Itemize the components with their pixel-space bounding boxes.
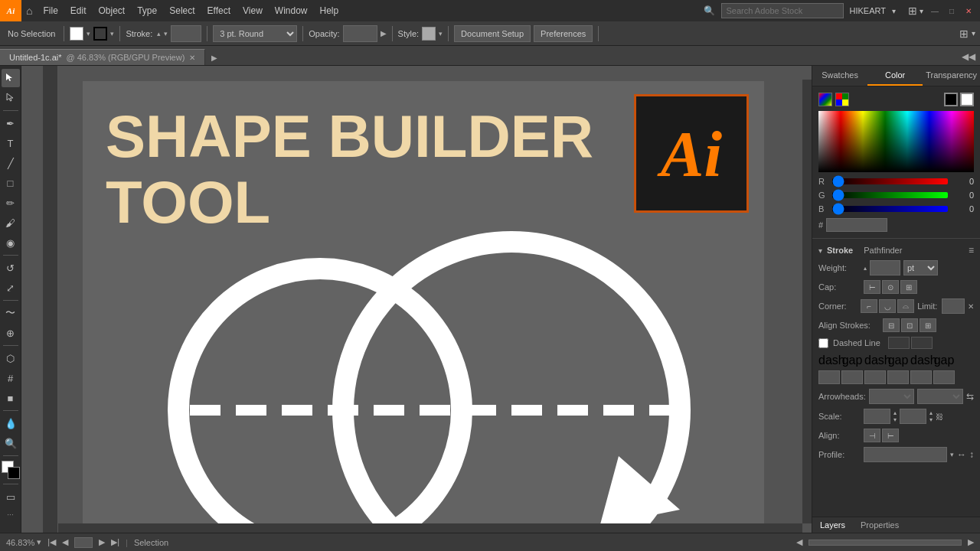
scale-end-input[interactable]: 100% [900,409,926,424]
color-mode-icon[interactable] [835,93,849,106]
minimize-button[interactable]: — [929,5,940,16]
eyedropper-tool[interactable]: 💧 [2,414,20,432]
gap-input-2[interactable] [887,370,909,384]
align-end[interactable]: ⊢ [882,429,899,442]
menu-edit[interactable]: Edit [64,0,93,21]
type-tool[interactable]: T [2,134,20,152]
preferences-button[interactable]: Preferences [534,25,593,42]
paint-brush-tool[interactable]: 🖌 [2,214,20,232]
blob-brush-tool[interactable]: ◉ [2,233,20,252]
status-nav-left[interactable]: ◀ [796,537,802,547]
menu-view[interactable]: View [237,0,269,21]
scale-tool[interactable]: ⤢ [2,279,20,297]
page-input[interactable]: 1 [74,537,93,548]
layers-tab[interactable]: Layers [812,517,853,533]
document-tab[interactable]: Untitled-1c.ai* @ 46.83% (RGB/GPU Previe… [0,49,205,65]
arrowhead-start-select[interactable] [869,389,915,404]
status-nav-right[interactable]: ▶ [968,537,974,547]
warp-tool[interactable]: 〜 [2,304,20,322]
dashed-btn-1[interactable] [888,337,910,349]
arrange-button[interactable]: ⊞ [959,28,969,40]
cap-square[interactable]: ⊞ [900,280,917,294]
dashed-btn-2[interactable] [911,337,933,349]
swap-arrowheads[interactable]: ⇆ [966,391,974,402]
align-start[interactable]: ⊣ [864,429,880,442]
rotate-tool[interactable]: ↺ [2,259,20,277]
zoom-tool[interactable]: 🔍 [2,434,20,452]
flip-profile-v[interactable]: ↕ [969,449,974,460]
color-picker-gradient-icon[interactable] [818,93,832,106]
style-swatch[interactable] [422,27,436,41]
menu-type[interactable]: Type [131,0,163,21]
view-options[interactable]: ▾ [972,29,975,37]
pathfinder-panel-title[interactable]: Pathfinder [864,246,902,255]
fill-color-box[interactable] [944,93,958,106]
gradient-tool[interactable]: ■ [2,389,20,407]
menu-window[interactable]: Window [269,0,314,21]
profile-dropdown[interactable]: ▾ [950,451,954,458]
opacity-expand[interactable]: ▶ [381,29,387,37]
scale-up-down[interactable]: ▴▾ [893,409,897,423]
tab-color[interactable]: Color [867,66,923,86]
canvas-area[interactable]: SHAPE BUILDER TOOL Ai [21,66,812,533]
dropdown-icon[interactable]: ▾ [892,7,896,15]
opacity-input[interactable]: 100% [343,25,377,42]
style-dropdown[interactable]: ▾ [439,30,443,37]
stroke-weight-down[interactable]: ▾ [164,30,168,37]
direct-selection-tool[interactable] [2,89,20,107]
align-outside[interactable]: ⊞ [920,318,936,332]
menu-effect[interactable]: Effect [201,0,237,21]
fill-dropdown[interactable]: ▾ [87,30,90,37]
corner-round[interactable]: ◡ [879,299,896,313]
weight-input[interactable]: 1 pt [870,260,900,276]
gap-input-1[interactable] [841,370,863,384]
gap-input-3[interactable] [933,370,955,384]
perspective-tool[interactable]: ⬡ [2,349,20,367]
limit-input[interactable]: 10 [942,298,965,314]
maximize-button[interactable]: □ [946,5,957,16]
flip-profile[interactable]: ↔ [957,449,966,460]
menu-select[interactable]: Select [163,0,201,21]
pen-tool[interactable]: ✒ [2,114,20,132]
corner-miter[interactable]: ⌐ [861,299,877,313]
r-slider[interactable] [832,178,948,184]
pencil-tool[interactable]: ✏ [2,194,20,212]
brush-select[interactable]: 3 pt. Round [213,25,297,42]
link-scale-icon[interactable]: ⛓ [936,412,943,421]
zoom-control[interactable]: 46.83% ▾ [6,537,41,547]
nav-next[interactable]: ▶ [99,537,105,547]
scale-start-input[interactable]: 100% [864,409,890,424]
document-setup-button[interactable]: Document Setup [454,25,531,42]
stroke-weight-up[interactable]: ▴ [157,30,161,37]
workspace-dropdown[interactable]: ▾ [920,7,923,15]
mesh-tool[interactable]: # [2,369,20,387]
stroke-weight-input[interactable]: 1 pt [171,25,201,42]
stroke-dropdown[interactable]: ▾ [110,30,114,37]
g-slider[interactable] [832,192,948,198]
panel-collapse-btn[interactable]: ◀◀ [957,48,980,65]
line-tool[interactable]: ╱ [2,154,20,172]
tab-expand-icon[interactable]: ▶ [205,51,224,65]
tab-transparency[interactable]: Transparency [923,66,980,86]
nav-prev[interactable]: ◀ [62,537,68,547]
more-tools-btn[interactable]: ··· [7,510,13,519]
rectangle-tool[interactable]: □ [2,174,20,192]
menu-help[interactable]: Help [314,0,345,21]
tab-close-icon[interactable]: ✕ [189,54,195,62]
close-button[interactable]: ✕ [963,5,974,16]
corner-bevel[interactable]: ⌓ [897,299,914,313]
nav-start[interactable]: |◀ [47,537,56,547]
zoom-dropdown[interactable]: ▾ [37,537,41,547]
horizontal-scrollbar[interactable] [58,523,802,533]
fill-stroke-widget[interactable] [2,461,20,479]
dash-input-3[interactable] [910,370,932,384]
stroke-color-box[interactable] [960,93,974,106]
b-slider[interactable] [832,206,948,212]
adobe-stock-search[interactable] [721,3,844,18]
nav-end[interactable]: ▶| [111,537,119,547]
properties-tab[interactable]: Properties [853,517,906,533]
arrowhead-end-select[interactable] [917,389,963,404]
vertical-scrollbar[interactable] [802,80,812,523]
cap-butt[interactable]: ⊢ [864,280,880,294]
hex-input[interactable]: 000000 [826,218,887,232]
